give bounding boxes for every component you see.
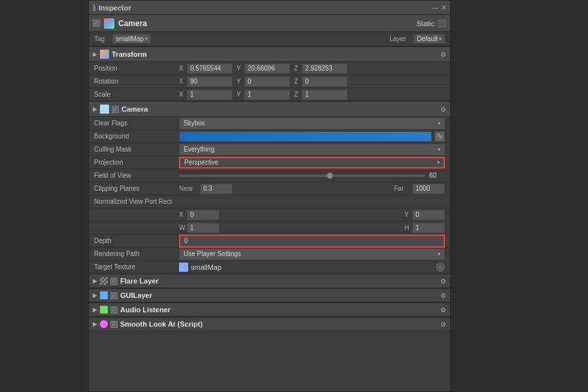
close-icon[interactable]: ✕ — [441, 4, 446, 11]
background-color-swatch[interactable] — [179, 131, 432, 142]
pos-x-input[interactable] — [187, 63, 233, 74]
pos-y-input[interactable] — [244, 63, 290, 74]
far-input[interactable] — [412, 184, 445, 194]
fov-slider-thumb[interactable] — [327, 172, 333, 179]
depth-input[interactable] — [179, 235, 445, 248]
layer-label: Layer — [389, 35, 406, 42]
vp-w-input[interactable] — [187, 223, 220, 233]
position-label: Position — [94, 65, 179, 72]
pos-z-input[interactable] — [302, 63, 348, 74]
rendering-path-row: Rendering Path Use Player Settings ▾ — [89, 248, 450, 261]
near-label: Near — [179, 185, 197, 192]
tag-label: Tag — [94, 35, 105, 42]
rendering-path-label: Rendering Path — [94, 250, 179, 257]
info-icon: ℹ — [93, 3, 96, 12]
smooth-look-settings-icon[interactable]: ⚙ — [440, 321, 446, 328]
gui-layer-checkbox[interactable]: ✓ — [110, 292, 118, 299]
smooth-look-btns: ⚙ — [440, 321, 446, 328]
near-input[interactable] — [200, 184, 233, 194]
clear-flags-arrow: ▾ — [438, 120, 440, 126]
target-texture-name[interactable]: smallMap — [191, 263, 433, 271]
projection-row: Projection Perspective ▾ — [89, 156, 450, 169]
far-label: Far — [394, 185, 410, 192]
target-texture-pick-button[interactable]: ○ — [436, 263, 445, 272]
background-row: Background ✎ — [89, 130, 450, 143]
position-values: X Y Z — [179, 63, 445, 74]
transform-arrow[interactable]: ▶ — [93, 51, 97, 57]
scl-z-input[interactable] — [302, 90, 348, 100]
gui-layer-settings-icon[interactable]: ⚙ — [440, 292, 446, 299]
clear-flags-label: Clear Flags — [94, 120, 179, 127]
clipping-label: Clipping Planes — [94, 185, 179, 192]
pos-z-label: Z — [294, 65, 301, 72]
clear-flags-value: Skybox ▾ — [179, 118, 445, 129]
audio-listener-checkbox[interactable]: ✓ — [110, 306, 118, 314]
rot-z-field: Z — [294, 76, 348, 87]
gui-layer-title: GUILayer — [120, 291, 438, 299]
go-enable-checkbox[interactable]: ✓ — [93, 20, 100, 27]
scl-y-label: Y — [237, 91, 243, 98]
clipping-row: Clipping Planes Near Far — [89, 182, 450, 195]
camera-title: Camera — [122, 105, 438, 113]
scale-values: X Y Z — [179, 90, 445, 100]
camera-enable-checkbox[interactable]: ✓ — [112, 106, 119, 113]
static-checkbox[interactable] — [438, 20, 446, 27]
rot-x-field: X — [179, 76, 233, 87]
culling-mask-dropdown[interactable]: Everything ▾ — [179, 144, 445, 155]
rot-x-label: X — [179, 78, 186, 85]
gameobject-header: ✓ Camera Static — [89, 15, 450, 32]
audio-listener-btns: ⚙ — [440, 306, 446, 314]
right-panel — [451, 0, 588, 392]
fov-row: Field of View 60 — [89, 169, 450, 182]
pos-x-field: X — [179, 63, 233, 74]
culling-mask-row: Culling Mask Everything ▾ — [89, 143, 450, 156]
rot-y-input[interactable] — [244, 76, 290, 87]
scl-y-input[interactable] — [244, 90, 290, 100]
camera-arrow[interactable]: ▶ — [93, 106, 97, 112]
smooth-look-arrow[interactable]: ▶ — [93, 321, 97, 327]
gui-layer-header: ▶ ✓ GUILayer ⚙ — [89, 288, 450, 302]
projection-dropdown[interactable]: Perspective ▾ — [179, 157, 445, 169]
layer-dropdown[interactable]: Default ▾ — [414, 34, 445, 44]
vp-x-input[interactable] — [187, 210, 220, 220]
color-picker-button[interactable]: ✎ — [434, 131, 445, 142]
rendering-path-dropdown[interactable]: Use Player Settings ▾ — [179, 248, 445, 260]
fov-slider-track[interactable] — [179, 174, 425, 177]
transform-settings-icon[interactable]: ⚙ — [440, 51, 446, 58]
target-texture-label: Target Texture — [94, 263, 179, 270]
static-label: Static — [416, 20, 434, 27]
clear-flags-row: Clear Flags Skybox ▾ — [89, 117, 450, 130]
rot-z-input[interactable] — [302, 76, 348, 87]
fov-value: 60 — [179, 172, 445, 179]
flare-layer-arrow[interactable]: ▶ — [93, 278, 97, 284]
smooth-look-title: Smooth Look At (Script) — [120, 320, 438, 328]
titlebar-icons: — ✕ — [432, 4, 446, 11]
vp-y-field: Y — [404, 210, 445, 220]
scl-x-label: X — [179, 91, 186, 98]
gui-layer-arrow[interactable]: ▶ — [93, 292, 97, 299]
target-texture-value: smallMap ○ — [179, 263, 445, 272]
minimize-icon[interactable]: — — [432, 4, 438, 11]
vp-h-input[interactable] — [412, 223, 445, 233]
vp-y-input[interactable] — [412, 210, 445, 220]
rot-x-input[interactable] — [187, 76, 233, 87]
flare-layer-settings-icon[interactable]: ⚙ — [440, 278, 446, 285]
viewport-label-row: Normalized View Port Rect — [89, 195, 450, 208]
flare-layer-checkbox[interactable]: ✓ — [110, 278, 118, 285]
audio-listener-arrow[interactable]: ▶ — [93, 306, 97, 313]
flare-layer-title: Flare Layer — [120, 277, 438, 285]
left-panel — [0, 0, 88, 392]
camera-settings-icon[interactable]: ⚙ — [440, 106, 446, 113]
scl-z-label: Z — [294, 91, 301, 98]
flare-layer-btns: ⚙ — [440, 278, 446, 285]
tag-dropdown[interactable]: smallMap ▾ — [112, 34, 151, 44]
audio-listener-settings-icon[interactable]: ⚙ — [440, 306, 446, 314]
clear-flags-dropdown[interactable]: Skybox ▾ — [179, 118, 445, 129]
go-name[interactable]: Camera — [118, 19, 412, 28]
scl-x-input[interactable] — [187, 90, 233, 100]
depth-row: Depth — [89, 235, 450, 248]
smooth-look-checkbox[interactable]: ✓ — [110, 321, 118, 328]
vp-w-field: W — [179, 223, 220, 233]
projection-value: Perspective ▾ — [179, 157, 445, 169]
viewport-xy: X Y — [179, 210, 445, 220]
